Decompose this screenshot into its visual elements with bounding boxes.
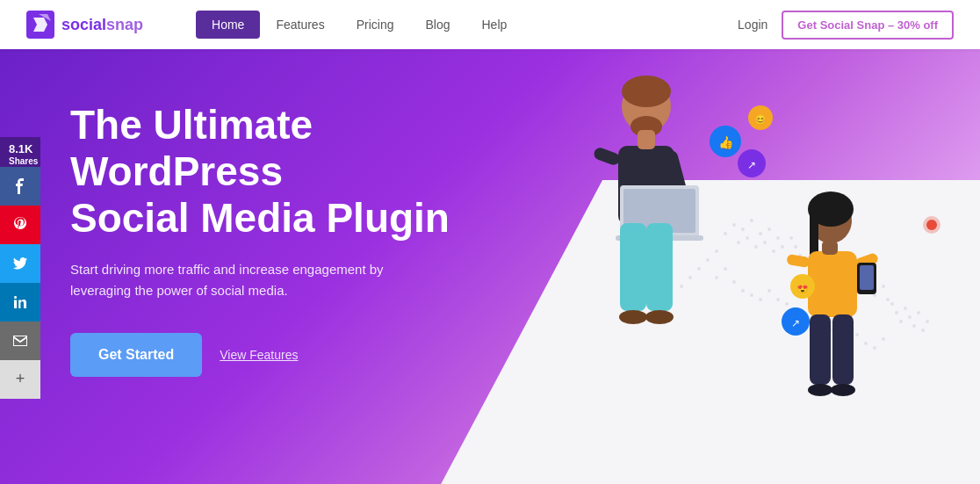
- svg-point-68: [882, 337, 885, 341]
- hero-title: The Ultimate WordPress Social Media Plug…: [70, 102, 474, 242]
- nav-right: Login Get Social Snap – 30% off: [738, 11, 954, 40]
- hero-illustration: 👍 😊 ↗ 😍 ↗: [453, 49, 945, 480]
- navbar: socialsnap Home Features Pricing Blog He…: [0, 0, 980, 49]
- svg-rect-86: [808, 251, 857, 317]
- get-social-snap-button[interactable]: Get Social Snap – 30% off: [782, 11, 954, 40]
- svg-point-107: [923, 216, 940, 234]
- svg-point-39: [908, 315, 912, 319]
- nav-features[interactable]: Features: [260, 11, 340, 39]
- svg-point-10: [737, 241, 740, 244]
- get-started-button[interactable]: Get Started: [70, 333, 202, 377]
- svg-point-48: [680, 285, 683, 288]
- nav-home[interactable]: Home: [196, 11, 260, 39]
- svg-point-43: [926, 320, 929, 323]
- svg-point-46: [697, 267, 701, 271]
- hero-section: 8.1K Shares + The Ultimate WordPress Soc…: [0, 49, 980, 484]
- svg-text:↗: ↗: [791, 317, 800, 329]
- svg-point-34: [886, 298, 890, 301]
- linkedin-share-button[interactable]: [0, 283, 40, 321]
- email-share-button[interactable]: [0, 321, 40, 360]
- svg-point-70: [622, 76, 671, 107]
- svg-point-55: [767, 289, 771, 293]
- svg-point-66: [864, 342, 868, 345]
- svg-point-16: [789, 236, 793, 240]
- svg-point-80: [619, 310, 647, 324]
- hero-subtitle: Start driving more traffic and increase …: [70, 259, 386, 301]
- svg-point-35: [890, 302, 894, 306]
- svg-rect-91: [810, 314, 831, 385]
- nav-blog[interactable]: Blog: [409, 11, 465, 39]
- svg-point-12: [754, 245, 758, 249]
- svg-point-54: [759, 298, 762, 301]
- svg-rect-79: [646, 223, 673, 311]
- svg-point-13: [763, 241, 767, 244]
- svg-point-52: [741, 289, 745, 293]
- svg-point-49: [715, 276, 718, 279]
- nav-links: Home Features Pricing Blog Help: [196, 11, 522, 39]
- login-link[interactable]: Login: [738, 18, 767, 32]
- hero-content: The Ultimate WordPress Social Media Plug…: [70, 102, 474, 377]
- svg-rect-73: [593, 146, 622, 166]
- svg-text:↗: ↗: [747, 159, 756, 171]
- svg-point-67: [873, 346, 876, 350]
- svg-rect-95: [822, 241, 838, 255]
- svg-point-56: [776, 298, 780, 301]
- svg-rect-87: [786, 254, 811, 268]
- svg-point-94: [831, 384, 855, 396]
- svg-point-40: [912, 324, 916, 328]
- svg-text:😍: 😍: [796, 282, 809, 294]
- svg-rect-92: [832, 314, 854, 385]
- svg-point-47: [688, 276, 692, 279]
- nav-help[interactable]: Help: [465, 11, 522, 39]
- svg-point-50: [724, 267, 727, 271]
- svg-point-36: [895, 311, 898, 314]
- svg-point-5: [724, 232, 727, 235]
- svg-rect-78: [620, 223, 646, 311]
- svg-point-41: [917, 311, 920, 314]
- svg-point-9: [776, 236, 780, 240]
- svg-point-6: [750, 219, 753, 222]
- svg-point-65: [855, 333, 859, 336]
- share-count: 8.1K Shares: [0, 137, 40, 167]
- svg-point-3: [732, 223, 736, 227]
- svg-point-44: [715, 249, 718, 253]
- more-share-button[interactable]: +: [0, 360, 40, 399]
- social-sidebar: 8.1K Shares +: [0, 137, 40, 399]
- svg-point-38: [904, 307, 907, 310]
- twitter-share-button[interactable]: [0, 244, 40, 283]
- svg-point-81: [645, 310, 674, 324]
- svg-point-45: [706, 258, 710, 262]
- svg-text:😊: 😊: [754, 113, 767, 126]
- svg-point-4: [741, 228, 745, 231]
- svg-point-15: [781, 245, 784, 249]
- svg-point-11: [746, 236, 749, 240]
- svg-point-51: [732, 280, 736, 284]
- svg-point-8: [767, 228, 771, 231]
- svg-point-14: [772, 249, 775, 253]
- nav-pricing[interactable]: Pricing: [341, 11, 410, 39]
- logo-text: socialsnap: [61, 16, 143, 34]
- svg-rect-90: [860, 265, 874, 290]
- hero-buttons: Get Started View Features: [70, 333, 474, 377]
- logo[interactable]: socialsnap: [26, 11, 143, 39]
- svg-point-53: [750, 293, 753, 297]
- svg-point-57: [785, 302, 789, 306]
- svg-text:👍: 👍: [718, 135, 734, 150]
- svg-point-17: [794, 245, 797, 249]
- view-features-link[interactable]: View Features: [220, 348, 298, 362]
- svg-point-33: [882, 285, 885, 288]
- facebook-share-button[interactable]: [0, 167, 40, 206]
- pinterest-share-button[interactable]: [0, 206, 40, 244]
- svg-point-42: [921, 329, 925, 332]
- svg-point-93: [808, 384, 832, 396]
- logo-icon: [26, 11, 54, 39]
- svg-point-7: [759, 232, 762, 235]
- svg-rect-82: [638, 130, 655, 149]
- svg-point-37: [899, 320, 903, 323]
